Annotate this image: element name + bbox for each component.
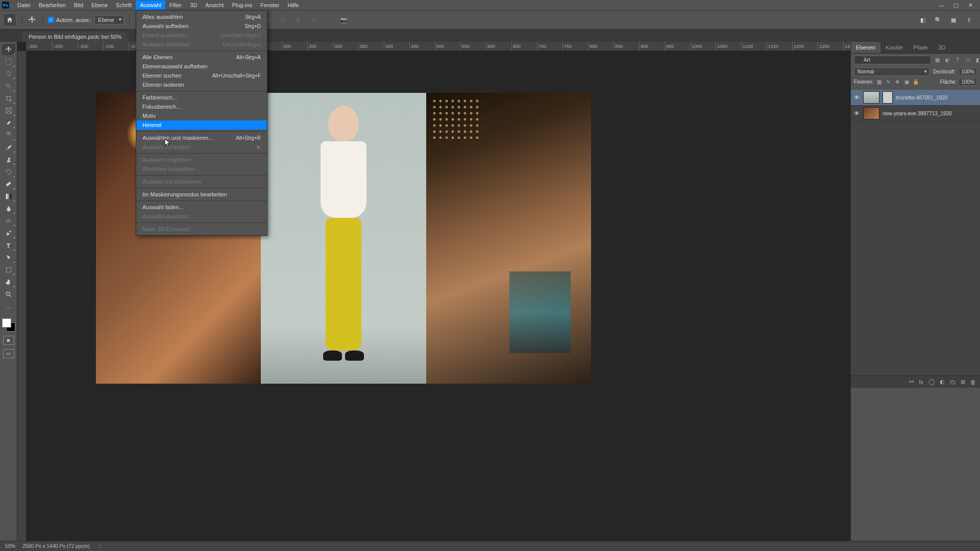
gradient-tool[interactable] <box>2 191 15 202</box>
3d-slide-icon[interactable]: ↔ <box>323 14 335 26</box>
menu-fenster[interactable]: Fenster <box>256 1 283 10</box>
link-layers-icon[interactable]: ⚯ <box>909 379 914 385</box>
3d-roll-icon[interactable]: ⟲ <box>307 14 320 26</box>
menu-item[interactable]: Alle EbenenAlt+Strg+A <box>136 53 267 62</box>
window-minimize-icon[interactable]: — <box>938 2 945 9</box>
menu-ebene[interactable]: Ebene <box>87 1 112 10</box>
delete-layer-icon[interactable]: 🗑 <box>970 379 976 385</box>
menu-filter[interactable]: Filter <box>165 1 186 10</box>
filter-adjust-icon[interactable]: ◐ <box>943 56 951 64</box>
layer-style-icon[interactable]: fx <box>919 379 923 385</box>
filter-type-icon[interactable]: T <box>953 56 962 64</box>
filter-shape-icon[interactable]: ▭ <box>964 56 972 64</box>
layer-thumbnail[interactable] <box>863 107 879 119</box>
search-icon[interactable]: 🔍 <box>933 15 943 25</box>
layer-mask-icon[interactable]: ◯ <box>928 379 935 385</box>
lock-artboard-icon[interactable]: ▣ <box>903 79 910 86</box>
menu-item[interactable]: Auswahl aufhebenStrg+D <box>136 21 267 31</box>
zoom-tool[interactable] <box>2 289 15 300</box>
doc-info-chevron-icon[interactable]: 〉 <box>99 543 104 550</box>
menu-item[interactable]: Himmel <box>136 120 267 130</box>
blur-tool[interactable] <box>2 203 15 214</box>
dodge-tool[interactable] <box>2 215 15 227</box>
menu-item[interactable]: Alles auswählenStrg+A <box>136 12 267 21</box>
tab-kanaele[interactable]: Kanäle <box>880 42 908 53</box>
menu-3d[interactable]: 3D <box>186 1 201 10</box>
history-brush-tool[interactable] <box>2 166 15 178</box>
auto-select-checkbox[interactable]: ✓ Autom. ausw.: <box>48 17 91 23</box>
path-selection-tool[interactable] <box>2 252 15 263</box>
menu-item[interactable]: Ebenen isolieren <box>136 80 267 89</box>
hand-tool[interactable] <box>2 277 15 288</box>
menu-item[interactable]: Im Maskierungsmodus bearbeiten <box>136 190 267 199</box>
lock-transparency-icon[interactable]: ▩ <box>875 79 883 86</box>
eyedropper-tool[interactable] <box>2 117 15 129</box>
lock-position-icon[interactable]: ✥ <box>894 79 901 86</box>
menu-item[interactable]: Farbbereich... <box>136 93 267 102</box>
rectangle-tool[interactable] <box>2 264 15 276</box>
quick-mask-icon[interactable]: ◙ <box>3 336 14 345</box>
type-tool[interactable]: T <box>2 240 15 251</box>
frame-tool[interactable] <box>2 105 15 116</box>
menu-bild[interactable]: Bild <box>70 1 87 10</box>
menu-item[interactable]: Ebenen suchenAlt+Umschalt+Strg+F <box>136 71 267 80</box>
tab-pfade[interactable]: Pfade <box>908 42 933 53</box>
share-icon[interactable]: ⇪ <box>964 15 974 25</box>
menu-bearbeiten[interactable]: Bearbeiten <box>35 1 70 10</box>
menu-auswahl[interactable]: Auswahl <box>136 1 165 10</box>
eraser-tool[interactable] <box>2 179 15 190</box>
lock-all-icon[interactable]: 🔒 <box>912 79 919 86</box>
menu-schrift[interactable]: Schrift <box>112 1 136 10</box>
color-swatches[interactable] <box>2 318 15 332</box>
doc-info[interactable]: 2560 Px x 1440 Px (72 ppcm) <box>22 543 90 549</box>
menu-ansicht[interactable]: Ansicht <box>201 1 228 10</box>
layer-filter-input[interactable] <box>854 56 931 64</box>
move-tool[interactable] <box>2 44 15 55</box>
lock-paint-icon[interactable]: ✎ <box>885 79 892 86</box>
auto-select-dropdown[interactable]: Ebene <box>94 15 124 24</box>
3d-camera-icon[interactable]: 📷 <box>338 14 350 26</box>
3d-orbit-icon[interactable]: ◎ <box>277 14 289 26</box>
screen-mode-icon[interactable]: ▭ <box>3 349 14 358</box>
pen-tool[interactable] <box>2 228 15 239</box>
menu-item[interactable]: Fokusbereich... <box>136 102 267 111</box>
filter-smart-icon[interactable]: ◧ <box>974 56 980 64</box>
visibility-icon[interactable]: 👁 <box>853 94 860 101</box>
marquee-tool[interactable] <box>2 56 15 67</box>
quick-selection-tool[interactable] <box>2 81 15 92</box>
menu-plugins[interactable]: Plug-ins <box>228 1 256 10</box>
zoom-level[interactable]: 50% <box>5 543 15 549</box>
menu-hilfe[interactable]: Hilfe <box>283 1 303 10</box>
opacity-value[interactable]: 100% <box>959 68 977 76</box>
cloud-docs-icon[interactable]: ◧ <box>918 15 928 25</box>
layer-thumbnail[interactable] <box>863 91 879 104</box>
lasso-tool[interactable] <box>2 68 15 80</box>
menu-item[interactable]: Auswählen und maskieren...Alt+Strg+R <box>136 133 267 142</box>
layer-name[interactable]: brunette-487061_1920 <box>896 95 978 101</box>
menu-datei[interactable]: Datei <box>13 1 35 10</box>
workspace-icon[interactable]: ▦ <box>948 15 959 25</box>
edit-toolbar-icon[interactable]: ⋯ <box>2 303 15 314</box>
crop-tool[interactable] <box>2 93 15 104</box>
layer-row[interactable]: 👁 brunette-487061_1920 <box>851 90 980 106</box>
visibility-icon[interactable]: 👁 <box>853 110 860 116</box>
filter-pixel-icon[interactable]: ▦ <box>933 56 941 64</box>
tab-ebenen[interactable]: Ebenen <box>851 42 880 53</box>
adjustment-layer-icon[interactable]: ◐ <box>940 379 945 385</box>
window-close-icon[interactable]: ✕ <box>967 2 974 9</box>
brush-tool[interactable] <box>2 142 15 153</box>
3d-pan-icon[interactable]: ✥ <box>292 14 304 26</box>
tab-3d[interactable]: 3D <box>933 42 950 53</box>
layer-row[interactable]: 👁 new-years-eve-3897713_1920 <box>851 106 980 121</box>
layer-mask-thumbnail[interactable] <box>883 91 893 104</box>
new-layer-icon[interactable]: ⊞ <box>961 379 965 385</box>
menu-item[interactable]: Auswahl laden... <box>136 203 267 212</box>
clone-stamp-tool[interactable] <box>2 154 15 165</box>
window-maximize-icon[interactable]: ▢ <box>952 2 960 9</box>
document-tab[interactable]: Person in Bild einfügen.psdc bei 50% <box>22 32 128 42</box>
blend-mode-dropdown[interactable]: Normal <box>854 67 929 76</box>
home-button[interactable] <box>3 13 16 27</box>
healing-tool[interactable] <box>2 130 15 141</box>
menu-item[interactable]: Motiv <box>136 111 267 120</box>
layer-name[interactable]: new-years-eve-3897713_1920 <box>883 111 978 116</box>
